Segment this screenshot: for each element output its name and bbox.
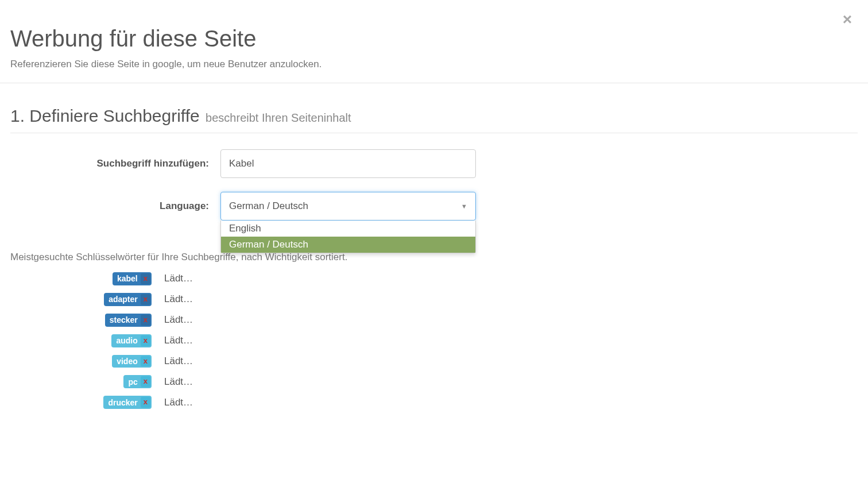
search-term-label: Suchbegriff hinzufügen:	[10, 158, 220, 169]
language-label: Language:	[10, 200, 220, 212]
keyword-row: druckerxLädt…	[10, 396, 858, 409]
language-selected-value: German / Deutsch	[229, 200, 308, 212]
keyword-label: drucker	[108, 398, 137, 407]
advertising-modal: × Werbung für diese Seite Referenzieren …	[0, 0, 868, 483]
remove-keyword-icon[interactable]: x	[141, 356, 150, 367]
keyword-tag: steckerx	[105, 314, 152, 327]
remove-keyword-icon[interactable]: x	[141, 335, 150, 346]
keyword-status: Lädt…	[164, 335, 193, 346]
keyword-label: video	[117, 357, 138, 366]
keyword-row: adapterxLädt…	[10, 293, 858, 306]
language-option[interactable]: German / Deutsch	[221, 237, 475, 253]
keyword-tag: kabelx	[113, 272, 152, 285]
search-term-input[interactable]	[220, 149, 476, 178]
close-icon[interactable]: ×	[843, 11, 852, 28]
language-select-container: German / Deutsch ▼ EnglishGerman / Deuts…	[220, 192, 476, 221]
remove-keyword-icon[interactable]: x	[141, 294, 150, 305]
keyword-tag-col: adapterx	[10, 293, 152, 306]
keyword-row: steckerxLädt…	[10, 314, 858, 327]
keyword-tag-col: videox	[10, 355, 152, 368]
keyword-row: pcxLädt…	[10, 375, 858, 388]
remove-keyword-icon[interactable]: x	[141, 315, 150, 326]
section-header: 1. Definiere Suchbegriffe beschreibt Ihr…	[10, 106, 858, 133]
keyword-status: Lädt…	[164, 356, 193, 367]
modal-header: Werbung für diese Seite Referenzieren Si…	[0, 0, 868, 83]
keyword-tag-col: steckerx	[10, 314, 152, 327]
keyword-tag-col: kabelx	[10, 272, 152, 285]
keyword-tag: adapterx	[104, 293, 152, 306]
keywords-list: kabelxLädt…adapterxLädt…steckerxLädt…aud…	[10, 272, 858, 409]
keyword-label: pc	[128, 377, 137, 387]
keyword-status: Lädt…	[164, 376, 193, 388]
language-select[interactable]: German / Deutsch ▼	[220, 192, 476, 221]
keyword-row: videoxLädt…	[10, 355, 858, 368]
modal-title: Werbung für diese Seite	[10, 26, 858, 52]
remove-keyword-icon[interactable]: x	[141, 273, 150, 284]
keyword-tag: pcx	[123, 375, 152, 388]
keyword-row: audioxLädt…	[10, 334, 858, 347]
section-subtitle: beschreibt Ihren Seiteninhalt	[206, 111, 351, 124]
keywords-description: Meistgesuchte Schlüsselwörter für Ihre S…	[10, 252, 858, 263]
keyword-tag: audiox	[111, 334, 152, 347]
keyword-label: audio	[116, 336, 137, 345]
keyword-label: kabel	[117, 274, 138, 283]
keyword-row: kabelxLädt…	[10, 272, 858, 285]
language-dropdown: EnglishGerman / Deutsch	[220, 221, 476, 253]
chevron-down-icon: ▼	[461, 203, 467, 210]
keyword-tag-col: druckerx	[10, 396, 152, 409]
language-row: Language: German / Deutsch ▼ EnglishGerm…	[10, 192, 858, 221]
modal-subtitle: Referenzieren Sie diese Seite in google,…	[10, 59, 858, 70]
keyword-status: Lädt…	[164, 314, 193, 326]
keyword-status: Lädt…	[164, 273, 193, 284]
section-title: 1. Definiere Suchbegriffe	[10, 106, 200, 125]
remove-keyword-icon[interactable]: x	[141, 397, 150, 408]
keyword-tag: druckerx	[103, 396, 152, 409]
modal-content: 1. Definiere Suchbegriffe beschreibt Ihr…	[0, 83, 868, 427]
keyword-label: adapter	[108, 295, 138, 304]
search-term-row: Suchbegriff hinzufügen:	[10, 149, 858, 178]
keyword-tag-col: audiox	[10, 334, 152, 347]
keyword-status: Lädt…	[164, 397, 193, 408]
remove-keyword-icon[interactable]: x	[141, 376, 150, 387]
keyword-status: Lädt…	[164, 293, 193, 305]
keyword-label: stecker	[110, 315, 138, 324]
language-option[interactable]: English	[221, 221, 475, 237]
keyword-tag-col: pcx	[10, 375, 152, 388]
keyword-tag: videox	[112, 355, 152, 368]
